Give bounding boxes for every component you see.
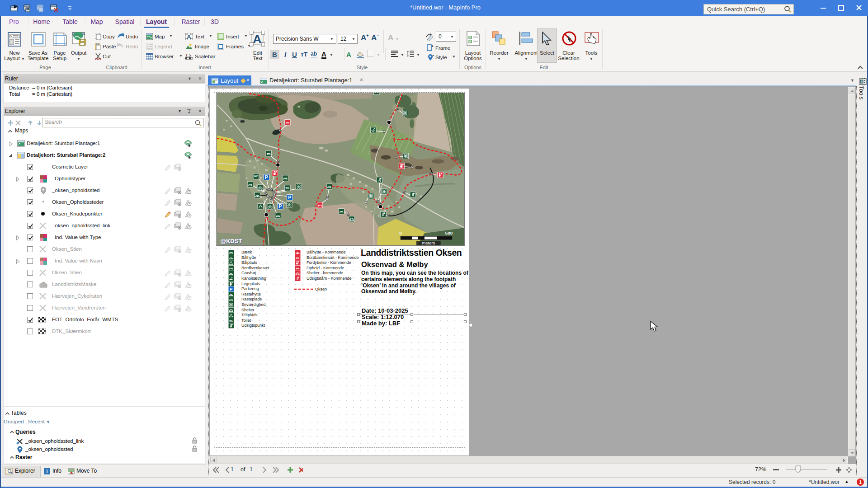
svg-text:0: 0 <box>399 230 402 235</box>
svg-text:1.5: 1.5 <box>185 53 191 57</box>
svg-text:A: A <box>187 33 191 40</box>
svg-text:i: i <box>46 469 47 474</box>
svg-text:500: 500 <box>445 230 453 235</box>
svg-text:A: A <box>253 32 262 46</box>
svg-text:meters: meters <box>422 240 435 245</box>
svg-text:@KDST: @KDST <box>221 238 242 244</box>
